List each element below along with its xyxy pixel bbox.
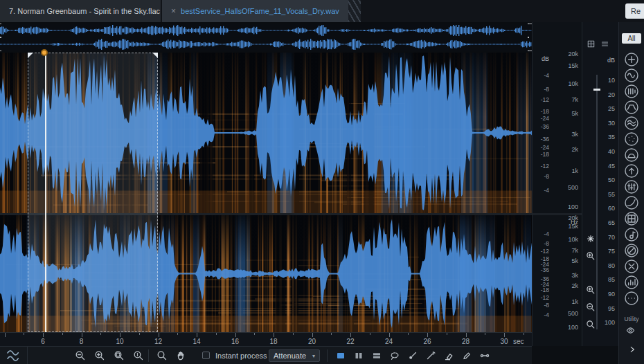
utility-label: Utility — [619, 316, 644, 322]
spectrogram-colorscale[interactable]: dB 1020253035404550556065707580859095100 — [582, 22, 618, 346]
zoom-in-button[interactable] — [586, 251, 597, 262]
layers-icon — [600, 39, 609, 48]
select-time-icon — [353, 350, 364, 361]
waveform-spectrogram-balance-button[interactable] — [0, 347, 28, 364]
module-button-15[interactable] — [625, 275, 638, 289]
colorscale-slider-handle[interactable] — [593, 89, 600, 91]
time-tick — [120, 333, 120, 337]
frequency-ruler-label: 2k — [533, 147, 578, 153]
colorscale-value: 40 — [582, 149, 615, 155]
zoom-in-button[interactable] — [586, 285, 597, 296]
module-button-04[interactable] — [625, 100, 638, 114]
time-tick — [62, 333, 63, 335]
instant-process-checkbox[interactable] — [202, 352, 210, 359]
frequency-ruler-label: 15k — [533, 224, 578, 230]
close-tab-icon[interactable]: × — [171, 6, 176, 16]
brush-button[interactable] — [407, 350, 418, 361]
module-button-02[interactable] — [625, 69, 638, 82]
time-selection-region[interactable] — [28, 53, 158, 332]
module-button-16[interactable] — [625, 291, 638, 305]
signal-flow-icon — [479, 350, 490, 361]
time-label: 30 — [495, 338, 513, 345]
frequency-amplitude-ruler[interactable]: dB Hz -4-4-8-8-12-12-18-18-24-24-36-3620… — [532, 22, 582, 346]
zoom-in-icon — [586, 285, 596, 295]
eraser-icon — [443, 350, 454, 361]
select-time-freq-button[interactable] — [335, 350, 346, 361]
module-glyph-icon — [625, 100, 638, 114]
colorscale-value: 25 — [582, 106, 615, 112]
zoom-selection-button[interactable] — [114, 350, 125, 361]
playhead[interactable] — [45, 53, 46, 332]
visibility-button[interactable] — [625, 325, 638, 336]
file-tab-active[interactable]: × bestService_HallsOfFame_11_Vocals_Dry.… — [162, 0, 348, 22]
module-glyph-icon — [625, 291, 638, 305]
zoom-out-icon — [75, 350, 86, 361]
time-tick — [254, 333, 255, 335]
module-button-14[interactable] — [625, 260, 638, 273]
playhead-knob[interactable] — [41, 49, 48, 56]
colorscale-value: 55 — [582, 192, 615, 198]
colorscale-value: 50 — [582, 177, 615, 183]
lasso-button[interactable] — [389, 350, 400, 361]
instant-process-label: Instant process — [215, 352, 267, 360]
module-button-05[interactable] — [625, 116, 638, 130]
sparkle-icon — [586, 234, 596, 244]
zoom-out-button[interactable] — [586, 302, 597, 313]
overview-minimap[interactable] — [0, 22, 532, 53]
module-button-12[interactable] — [625, 228, 638, 242]
time-tick — [235, 333, 236, 337]
module-glyph-icon — [625, 196, 638, 210]
grid-button[interactable] — [587, 39, 598, 50]
time-label: 8 — [73, 338, 91, 345]
time-ruler[interactable]: sec 681012141618202224262830 — [0, 332, 532, 346]
time-tick — [350, 333, 351, 337]
sparkle-button[interactable] — [586, 234, 597, 245]
wand-button[interactable] — [425, 350, 436, 361]
zoom-tool-button[interactable] — [586, 320, 597, 331]
module-button-08[interactable] — [625, 164, 638, 178]
zoom-out-button[interactable] — [75, 350, 86, 361]
time-tick — [370, 333, 370, 335]
module-button-07[interactable] — [625, 148, 638, 162]
frequency-ruler-label: 7k — [533, 97, 578, 103]
module-button-13[interactable] — [625, 244, 638, 257]
zoom-in-button[interactable] — [94, 350, 105, 361]
colorscale-value: 45 — [582, 163, 615, 170]
file-tab-inactive[interactable]: 7. Norman Greenbaum - Spirit in the Sky.… — [0, 0, 162, 22]
selection-handle-left[interactable] — [28, 53, 33, 58]
eraser-button[interactable] — [443, 350, 454, 361]
spectrogram-view[interactable] — [0, 53, 532, 332]
zoom-tool-button[interactable] — [156, 350, 168, 361]
zoom-out-icon — [586, 302, 596, 312]
select-time-freq-icon — [335, 350, 346, 361]
tab-bar-hatch — [348, 0, 361, 22]
signal-flow-button[interactable] — [479, 350, 490, 361]
pencil-button[interactable] — [461, 350, 472, 361]
process-mode-dropdown[interactable]: Attenuate ▾ — [269, 349, 320, 362]
expand-panel-button[interactable] — [627, 345, 638, 356]
colorscale-value: 65 — [582, 220, 615, 226]
module-button-10[interactable] — [625, 196, 638, 210]
module-button-03[interactable] — [625, 84, 638, 98]
layers-button[interactable] — [600, 39, 611, 50]
frequency-ruler-label: 20k — [533, 215, 578, 221]
module-button-01[interactable] — [625, 53, 638, 66]
module-filter-all-button[interactable]: All — [622, 33, 641, 44]
frequency-ruler-label: 500 — [533, 311, 578, 317]
record-button[interactable]: Re — [625, 3, 644, 19]
time-tick — [504, 333, 505, 337]
select-time-button[interactable] — [353, 350, 364, 361]
module-button-06[interactable] — [625, 132, 638, 146]
zoom-fit-button[interactable] — [133, 350, 144, 361]
selection-handle-right[interactable] — [152, 53, 158, 58]
overview-minimap-waveform — [0, 38, 532, 51]
zoom-tool-icon — [586, 320, 596, 329]
select-freq-button[interactable] — [371, 350, 382, 361]
colorscale-value: 60 — [582, 206, 615, 212]
colorscale-value: 80 — [582, 263, 615, 269]
module-button-09[interactable] — [625, 180, 638, 194]
frequency-ruler-label: 100 — [533, 325, 578, 331]
hand-tool-button[interactable] — [176, 350, 187, 361]
module-button-11[interactable] — [625, 212, 638, 226]
time-label: 6 — [34, 338, 52, 345]
